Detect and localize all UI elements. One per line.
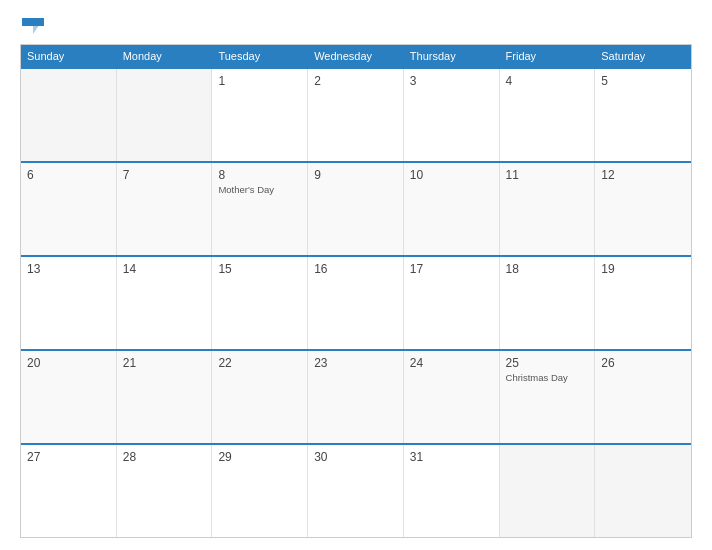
calendar-cell <box>21 69 117 161</box>
day-of-week-header: Thursday <box>404 45 500 67</box>
calendar-cell: 16 <box>308 257 404 349</box>
calendar-cell: 6 <box>21 163 117 255</box>
day-number: 3 <box>410 74 493 88</box>
day-number: 1 <box>218 74 301 88</box>
calendar-cell: 22 <box>212 351 308 443</box>
calendar-body: 12345678Mother's Day91011121314151617181… <box>21 67 691 537</box>
day-number: 23 <box>314 356 397 370</box>
calendar-cell: 30 <box>308 445 404 537</box>
calendar-cell: 29 <box>212 445 308 537</box>
calendar-week: 12345 <box>21 67 691 161</box>
day-number: 5 <box>601 74 685 88</box>
day-of-week-header: Friday <box>500 45 596 67</box>
day-number: 20 <box>27 356 110 370</box>
calendar-cell: 21 <box>117 351 213 443</box>
day-number: 6 <box>27 168 110 182</box>
calendar: SundayMondayTuesdayWednesdayThursdayFrid… <box>20 44 692 538</box>
calendar-cell: 17 <box>404 257 500 349</box>
day-number: 25 <box>506 356 589 370</box>
day-number: 29 <box>218 450 301 464</box>
calendar-cell: 31 <box>404 445 500 537</box>
day-number: 8 <box>218 168 301 182</box>
calendar-cell: 11 <box>500 163 596 255</box>
calendar-week: 678Mother's Day9101112 <box>21 161 691 255</box>
day-number: 16 <box>314 262 397 276</box>
logo-flag-icon <box>22 18 44 34</box>
day-number: 15 <box>218 262 301 276</box>
day-number: 7 <box>123 168 206 182</box>
calendar-cell: 1 <box>212 69 308 161</box>
header <box>20 18 692 34</box>
day-number: 24 <box>410 356 493 370</box>
day-number: 2 <box>314 74 397 88</box>
day-number: 12 <box>601 168 685 182</box>
day-number: 30 <box>314 450 397 464</box>
day-number: 21 <box>123 356 206 370</box>
calendar-cell <box>595 445 691 537</box>
calendar-week: 13141516171819 <box>21 255 691 349</box>
day-number: 17 <box>410 262 493 276</box>
day-event: Christmas Day <box>506 372 589 384</box>
calendar-cell: 12 <box>595 163 691 255</box>
calendar-cell: 7 <box>117 163 213 255</box>
calendar-cell: 5 <box>595 69 691 161</box>
day-number: 31 <box>410 450 493 464</box>
calendar-cell: 3 <box>404 69 500 161</box>
calendar-cell: 9 <box>308 163 404 255</box>
calendar-cell: 24 <box>404 351 500 443</box>
calendar-cell <box>117 69 213 161</box>
calendar-cell: 14 <box>117 257 213 349</box>
calendar-cell: 19 <box>595 257 691 349</box>
calendar-cell: 20 <box>21 351 117 443</box>
day-event: Mother's Day <box>218 184 301 196</box>
day-number: 19 <box>601 262 685 276</box>
calendar-week: 2728293031 <box>21 443 691 537</box>
day-number: 27 <box>27 450 110 464</box>
calendar-cell: 23 <box>308 351 404 443</box>
calendar-cell: 28 <box>117 445 213 537</box>
calendar-week: 202122232425Christmas Day26 <box>21 349 691 443</box>
calendar-cell: 18 <box>500 257 596 349</box>
calendar-cell: 26 <box>595 351 691 443</box>
calendar-header: SundayMondayTuesdayWednesdayThursdayFrid… <box>21 45 691 67</box>
calendar-cell: 10 <box>404 163 500 255</box>
day-number: 18 <box>506 262 589 276</box>
logo <box>20 18 44 34</box>
calendar-cell: 2 <box>308 69 404 161</box>
day-number: 11 <box>506 168 589 182</box>
calendar-cell: 25Christmas Day <box>500 351 596 443</box>
day-of-week-header: Wednesday <box>308 45 404 67</box>
day-number: 10 <box>410 168 493 182</box>
day-of-week-header: Monday <box>117 45 213 67</box>
calendar-cell: 27 <box>21 445 117 537</box>
calendar-cell <box>500 445 596 537</box>
calendar-cell: 4 <box>500 69 596 161</box>
calendar-cell: 8Mother's Day <box>212 163 308 255</box>
day-number: 26 <box>601 356 685 370</box>
day-number: 4 <box>506 74 589 88</box>
day-of-week-header: Sunday <box>21 45 117 67</box>
day-of-week-header: Tuesday <box>212 45 308 67</box>
day-of-week-header: Saturday <box>595 45 691 67</box>
calendar-page: SundayMondayTuesdayWednesdayThursdayFrid… <box>0 0 712 550</box>
day-number: 14 <box>123 262 206 276</box>
day-number: 28 <box>123 450 206 464</box>
calendar-cell: 15 <box>212 257 308 349</box>
day-number: 9 <box>314 168 397 182</box>
day-number: 13 <box>27 262 110 276</box>
day-number: 22 <box>218 356 301 370</box>
calendar-cell: 13 <box>21 257 117 349</box>
